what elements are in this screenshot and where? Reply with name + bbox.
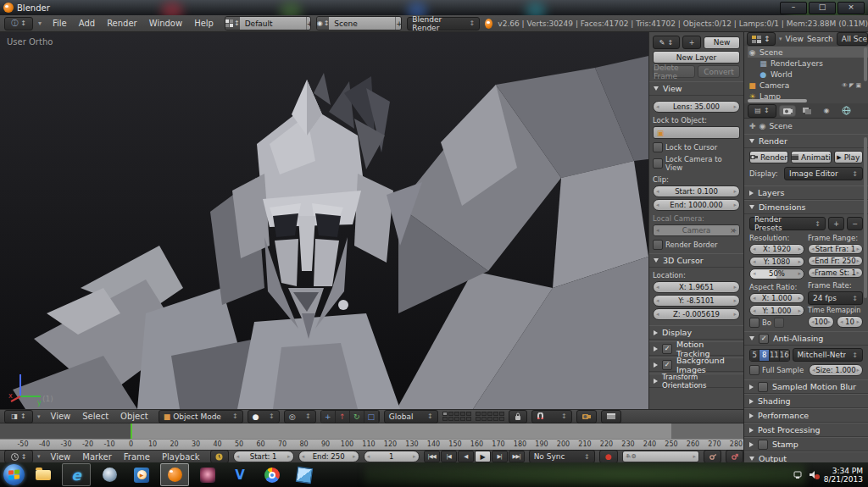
render-border-checkbox[interactable]: [653, 240, 663, 250]
sampled-motion-blur-header[interactable]: Sampled Motion Blur: [744, 379, 868, 394]
screen-layout-name[interactable]: Default: [240, 17, 306, 30]
jump-next-keyframe-button[interactable]: ▶|: [492, 451, 508, 462]
viewport-shading-dropdown[interactable]: ●: [248, 410, 280, 423]
outliner-editor-selector[interactable]: ↕: [747, 32, 776, 46]
menu-item[interactable]: Window: [143, 19, 188, 28]
properties-vertical-scrollbar[interactable]: [864, 137, 867, 298]
display-panel-header[interactable]: Display: [649, 325, 743, 340]
view-panel-header[interactable]: View: [649, 81, 743, 96]
render-opengl-anim-icon[interactable]: [601, 410, 621, 423]
aspect-x-field[interactable]: X: 1.000: [749, 293, 804, 304]
menu-item[interactable]: View: [45, 412, 77, 421]
clip-end-field[interactable]: End: 1000.000: [653, 199, 740, 211]
lock-to-cursor-row[interactable]: Lock to Cursor: [653, 142, 740, 152]
aa-sample-16[interactable]: 16: [780, 350, 789, 361]
shading-panel-header[interactable]: Shading: [744, 394, 868, 408]
lock-icon[interactable]: [509, 410, 527, 423]
menu-item[interactable]: Help: [188, 19, 220, 28]
frame-step-field[interactable]: Frame St: 1: [808, 268, 863, 278]
delete-keyframe-icon[interactable]: [726, 450, 743, 463]
grease-pencil-source-dropdown[interactable]: ✎↕: [653, 36, 680, 49]
local-camera-field[interactable]: Camera×: [653, 224, 740, 236]
tab-render[interactable]: [779, 105, 796, 117]
current-frame-indicator[interactable]: [131, 423, 132, 439]
new-layer-button[interactable]: New Layer: [653, 51, 740, 64]
scene-name[interactable]: Scene: [329, 17, 395, 30]
aspect-y-field[interactable]: Y: 1.000: [749, 305, 804, 316]
close-button[interactable]: ×: [837, 2, 865, 14]
insert-keyframe-icon[interactable]: [704, 450, 721, 463]
convert-button[interactable]: Convert: [698, 65, 740, 78]
fps-dropdown[interactable]: 24 fps: [808, 291, 863, 305]
delete-frame-button[interactable]: Delete Frame: [653, 65, 695, 78]
antialiasing-checkbox[interactable]: [759, 334, 769, 344]
lock-to-cursor-checkbox[interactable]: [653, 142, 663, 152]
aa-sample-11[interactable]: 11: [770, 350, 780, 361]
pin-icon[interactable]: ✚: [749, 122, 756, 130]
timeline-editor-selector[interactable]: ↕: [4, 450, 33, 463]
lock-camera-checkbox[interactable]: [653, 158, 663, 169]
lock-object-field[interactable]: ▣: [653, 126, 740, 139]
remap-new-field[interactable]: 10: [837, 316, 863, 328]
outliner-horizontal-scrollbar[interactable]: [748, 99, 807, 102]
minimize-button[interactable]: –: [780, 2, 807, 14]
antialiasing-panel-header[interactable]: Anti-Aliasing: [744, 331, 868, 346]
outliner-filter-dropdown[interactable]: All Scenes: [837, 32, 868, 46]
screen-layout-selector[interactable]: ↕ Default + ×: [225, 16, 311, 30]
render-border-row[interactable]: Render Border: [653, 240, 740, 250]
play-button[interactable]: ▶Play: [834, 151, 863, 163]
manipulator-toggle-icon[interactable]: +: [321, 411, 336, 423]
collapse-menus-icon[interactable]: ▾: [37, 453, 41, 460]
tab-world[interactable]: [837, 105, 854, 117]
preview-range-clock-icon[interactable]: [210, 450, 229, 463]
menu-item[interactable]: Select: [76, 412, 114, 421]
post-processing-panel-header[interactable]: Post Processing: [744, 423, 868, 437]
taskbar-icon-hp-app[interactable]: [96, 464, 123, 485]
tray-network-icon[interactable]: [793, 470, 804, 479]
menu-item[interactable]: File: [47, 19, 73, 28]
record-icon[interactable]: ●: [599, 450, 618, 463]
collapse-menus-icon[interactable]: ▾: [37, 413, 41, 420]
cursor-x-field[interactable]: X: 1.9651: [653, 281, 740, 293]
cursor-y-field[interactable]: Y: -8.5101: [653, 295, 740, 307]
collapse-menus-icon[interactable]: ▾: [38, 19, 42, 27]
stamp-checkbox[interactable]: [758, 440, 768, 450]
outliner-search-menu[interactable]: Search: [807, 35, 833, 43]
scene-selector[interactable]: ◉↕ Scene + ×: [316, 16, 403, 30]
menu-item[interactable]: Playback: [156, 452, 206, 462]
menu-item[interactable]: Render: [101, 19, 143, 28]
frame-end-field[interactable]: End Fr: 250: [808, 256, 863, 266]
resolution-x-field[interactable]: X: 1920: [749, 244, 804, 255]
motion-blur-checkbox[interactable]: [758, 382, 768, 392]
taskbar-icon-media-app[interactable]: [194, 464, 221, 485]
outliner-item-world[interactable]: ●World: [748, 69, 868, 80]
menu-item[interactable]: Add: [73, 19, 101, 28]
performance-panel-header[interactable]: Performance: [744, 408, 868, 423]
output-panel-header[interactable]: Output: [744, 451, 868, 462]
snap-dropdown[interactable]: [531, 410, 572, 423]
play-button[interactable]: ▶: [475, 451, 491, 462]
maximize-button[interactable]: □: [809, 2, 836, 14]
render-button[interactable]: Render: [749, 151, 788, 163]
jump-to-start-button[interactable]: |◀◀: [424, 451, 440, 462]
aa-sample-5[interactable]: 5: [750, 350, 760, 361]
select-icon[interactable]: ◤: [849, 82, 854, 89]
resolution-y-field[interactable]: Y: 1080: [749, 257, 804, 268]
full-sample-checkbox[interactable]: [749, 365, 760, 375]
outliner-vertical-scrollbar[interactable]: [864, 47, 867, 81]
transform-orientation-dropdown[interactable]: Global: [384, 410, 438, 423]
tray-clock[interactable]: 3:34 PM 8/21/2013: [824, 467, 863, 484]
lens-field[interactable]: Lens: 35.000: [653, 101, 740, 113]
editor-type-selector[interactable]: ⓘ↕: [4, 17, 33, 30]
taskbar-icon-chrome[interactable]: [259, 464, 286, 485]
jump-prev-keyframe-button[interactable]: |◀: [441, 451, 457, 462]
sync-dropdown[interactable]: No Sync: [529, 450, 595, 463]
jump-to-end-button[interactable]: ▶▶|: [509, 451, 525, 462]
frame-start-field[interactable]: Start Fra: 1: [808, 244, 863, 254]
tab-scene[interactable]: ◉: [818, 105, 835, 117]
translate-manipulator-icon[interactable]: ↑: [336, 411, 350, 423]
display-dropdown[interactable]: Image Editor: [784, 167, 863, 180]
start-button[interactable]: [3, 464, 25, 485]
menu-item[interactable]: View: [45, 452, 77, 462]
layers-panel-header[interactable]: Layers: [744, 185, 868, 200]
